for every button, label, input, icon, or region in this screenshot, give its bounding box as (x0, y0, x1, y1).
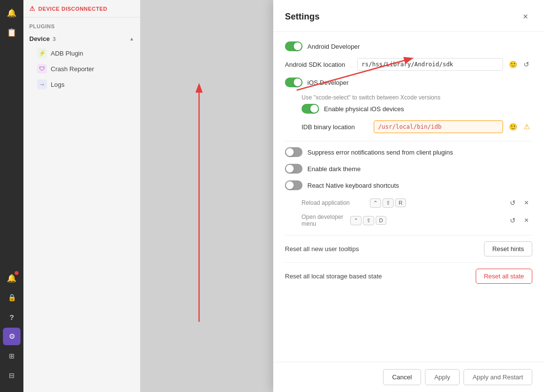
ios-developer-sublabel: Use "xcode-select" to switch between Xco… (302, 94, 532, 101)
reset-state-row: Reset all local storage based state Rese… (285, 262, 532, 290)
idb-warning-icon: ⚠ (521, 121, 532, 133)
devmenu-undo-button[interactable]: ↺ (507, 215, 519, 226)
separator-1 (285, 141, 532, 141)
physical-ios-label: Enable physical iOS devices (324, 105, 404, 113)
crash-plugin-label: Crash Reporter (51, 65, 94, 73)
reload-app-label: Reload application (302, 199, 370, 206)
sidebar-icon-settings[interactable]: ⚙ (3, 328, 20, 345)
toggle-knob (294, 42, 302, 50)
dialog-header: Settings × (273, 0, 544, 32)
suppress-errors-row: Suppress error notifications send from c… (285, 147, 532, 157)
idb-smiley-button[interactable]: 🙂 (507, 121, 519, 133)
close-button[interactable]: × (519, 10, 532, 23)
react-native-block: React Native keyboard shortcuts Reload a… (285, 180, 532, 227)
reload-app-keys: ⌃ ⇧ R (370, 198, 507, 208)
apply-restart-button[interactable]: Apply and Restart (463, 369, 532, 385)
reload-shortcut-actions: ↺ ✕ (507, 197, 532, 209)
key-r: R (395, 198, 406, 207)
reset-hints-label: Reset all new user tooltips (285, 245, 359, 253)
sidebar-icon-question[interactable]: ? (3, 308, 20, 326)
close-icon-reload: ✕ (524, 199, 529, 206)
grid-icon: ⊞ (9, 352, 15, 360)
react-native-toggle[interactable] (285, 180, 302, 190)
crash-plugin-icon: 🛡 (37, 64, 47, 74)
sidebar-item-logs[interactable]: → Logs (23, 77, 140, 92)
ios-developer-toggle[interactable] (285, 78, 302, 87)
adb-plugin-icon: ⚡ (37, 48, 47, 58)
warning-circle-icon: ⚠ (29, 5, 36, 12)
devmenu-clear-button[interactable]: ✕ (521, 215, 532, 226)
sidebar-icon-layers[interactable]: ⊟ (3, 367, 20, 384)
toggle-knob-physical (310, 105, 318, 113)
device-disconnected-banner: ⚠ DEVICE DISCONNECTED (23, 0, 140, 18)
dark-theme-toggle[interactable] (285, 164, 302, 174)
react-native-label: React Native keyboard shortcuts (307, 182, 399, 189)
apply-button[interactable]: Apply (425, 369, 460, 385)
device-status-text: DEVICE DISCONNECTED (39, 6, 108, 12)
sidebar-icon-lock[interactable]: 🔒 (3, 289, 20, 306)
question-icon: ? (9, 313, 14, 321)
smiley-icon-idb: 🙂 (509, 123, 517, 131)
chevron-up-icon: ▲ (129, 36, 134, 41)
idb-input[interactable] (374, 120, 503, 133)
cancel-button[interactable]: Cancel (383, 369, 421, 385)
sidebar-item-adb[interactable]: ⚡ ADB Plugin (23, 45, 140, 61)
android-developer-label: Android Developer (307, 43, 360, 50)
warning-icon: ⚠ (524, 122, 530, 131)
dev-menu-row: Open developer menu Open developermenu ⌃… (302, 214, 532, 227)
ios-developer-block: iOS Developer Use "xcode-select" to swit… (285, 78, 532, 133)
document-icon: 📋 (7, 28, 17, 37)
reload-clear-button[interactable]: ✕ (521, 197, 532, 209)
reset-hints-button[interactable]: Reset hints (484, 241, 532, 256)
android-developer-row: Android Developer (285, 41, 532, 51)
sidebar-icon-notification[interactable]: 🔔 (3, 269, 20, 287)
react-native-row: React Native keyboard shortcuts (285, 180, 532, 190)
android-developer-toggle[interactable] (285, 41, 302, 51)
undo-icon-reload: ↺ (510, 199, 516, 207)
sdk-input-actions: 🙂 ↺ (507, 59, 532, 70)
notification-badge (15, 271, 19, 275)
reload-undo-button[interactable]: ↺ (507, 197, 519, 209)
reset-hints-row: Reset all new user tooltips Reset hints (285, 235, 532, 262)
ios-developer-label: iOS Developer (307, 79, 349, 86)
ios-developer-row: iOS Developer (285, 78, 532, 87)
settings-icon: ⚙ (9, 332, 15, 341)
undo-icon: ↺ (524, 60, 529, 68)
sidebar-icon-bell[interactable]: 🔔 (3, 4, 20, 21)
logs-plugin-icon: → (37, 79, 47, 89)
android-sdk-row: Android SDK location 🙂 ↺ (285, 58, 532, 71)
key-shift-1: ⇧ (383, 198, 394, 208)
toggle-knob-suppress (286, 148, 294, 156)
toggle-knob-rn (286, 181, 294, 189)
sidebar-icon-grid[interactable]: ⊞ (3, 347, 20, 365)
suppress-errors-toggle[interactable] (285, 147, 302, 157)
reload-app-row: Reload application ⌃ ⇧ R ↺ ✕ (302, 197, 532, 209)
layers-icon: ⊟ (9, 372, 15, 379)
idb-label: IDB binary location (302, 123, 370, 131)
settings-dialog: Settings × Android Developer Android SDK… (273, 0, 544, 392)
key-ctrl-2: ⌃ (350, 216, 362, 225)
suppress-errors-label: Suppress error notifications send from c… (307, 149, 453, 156)
plugin-panel: ⚠ DEVICE DISCONNECTED PLUGINS Device 3 ▲… (23, 0, 141, 392)
key-ctrl-1: ⌃ (370, 198, 381, 208)
sdk-undo-button[interactable]: ↺ (521, 59, 532, 70)
shortcuts-section: Reload application ⌃ ⇧ R ↺ ✕ (302, 197, 532, 227)
sdk-smiley-button[interactable]: 🙂 (507, 59, 519, 70)
device-section-header[interactable]: Device 3 ▲ (23, 32, 140, 45)
dialog-title: Settings (285, 12, 320, 22)
toggle-knob-ios (294, 78, 302, 86)
physical-ios-row: Enable physical iOS devices (302, 104, 532, 114)
physical-ios-toggle[interactable] (302, 104, 319, 114)
android-sdk-input[interactable] (357, 58, 503, 71)
key-d: D (376, 216, 386, 225)
sidebar-icon-document[interactable]: 📋 (3, 23, 20, 41)
dark-theme-row: Enable dark theme (285, 164, 532, 174)
sidebar-item-crash[interactable]: 🛡 Crash Reporter (23, 61, 140, 77)
android-sdk-label: Android SDK location (285, 61, 353, 68)
key-shift-2: ⇧ (363, 216, 374, 225)
reset-all-state-button[interactable]: Reset all state (476, 269, 532, 284)
devmenu-shortcut-actions: ↺ ✕ (507, 215, 532, 226)
adb-plugin-label: ADB Plugin (51, 50, 83, 57)
bell-icon: 🔔 (7, 8, 17, 18)
lock-icon: 🔒 (8, 294, 16, 301)
